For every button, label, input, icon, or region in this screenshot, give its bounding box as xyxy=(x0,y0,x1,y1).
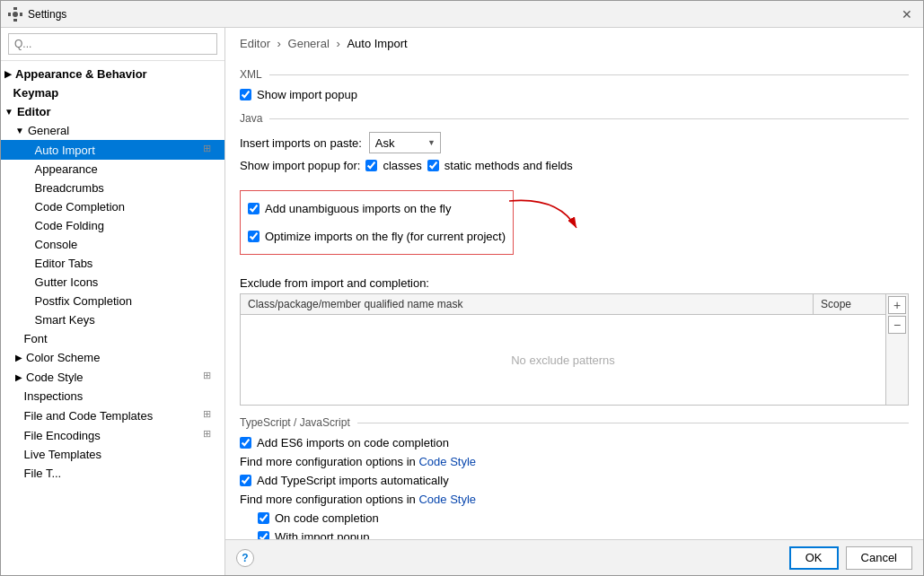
expand-icon xyxy=(26,145,31,155)
java-section-label: Java xyxy=(240,112,909,125)
breadcrumb-editor: Editor xyxy=(240,37,270,50)
expand-icon xyxy=(15,334,21,344)
sidebar-item-file-t[interactable]: File T... xyxy=(1,464,224,483)
sidebar-item-label: Code Folding xyxy=(35,219,104,232)
unambiguous-imports-row: Add unambiguous imports on the fly xyxy=(248,202,506,215)
expand-icon: ▶ xyxy=(15,372,22,382)
expand-icon: ▶ xyxy=(4,69,12,79)
sidebar-item-label: Postfix Completion xyxy=(35,294,132,308)
classes-checkbox[interactable] xyxy=(365,160,377,171)
sidebar-item-label: Editor Tabs xyxy=(35,257,93,270)
insert-imports-select[interactable]: Ask Always Never xyxy=(369,132,441,153)
help-button[interactable]: ? xyxy=(236,549,254,567)
add-ts-label: Add TypeScript imports automatically xyxy=(257,474,449,487)
annotation-arrow xyxy=(505,192,594,246)
sidebar-item-file-encodings[interactable]: File Encodings ⊞ xyxy=(1,425,224,445)
sidebar-tree: ▶ Appearance & Behavior Keymap ▼ Editor … xyxy=(1,61,224,575)
search-input[interactable] xyxy=(8,33,217,55)
ts-sub-options: On code completion With import popup xyxy=(240,511,909,539)
expand-icon xyxy=(15,468,21,478)
sidebar-item-breadcrumbs[interactable]: Breadcrumbs xyxy=(1,179,224,197)
sidebar-item-label: Color Scheme xyxy=(26,351,100,364)
sidebar-item-auto-import[interactable]: Auto Import ⊞ xyxy=(1,140,224,160)
expand-icon: ▼ xyxy=(15,126,24,135)
on-code-completion-checkbox[interactable] xyxy=(258,512,269,524)
sidebar-item-appearance[interactable]: Appearance xyxy=(1,160,224,179)
sidebar-item-gutter-icons[interactable]: Gutter Icons xyxy=(1,273,224,292)
code-style-link-es6[interactable]: Code Style xyxy=(418,455,476,468)
expand-icon xyxy=(4,88,10,98)
svg-rect-0 xyxy=(13,7,17,10)
table-col1: Class/package/member qualified name mask xyxy=(241,294,814,314)
settings-icon xyxy=(8,7,22,22)
find-config-es6-prefix: Find more configuration options in xyxy=(240,455,418,468)
show-import-popup-row: Show import popup xyxy=(240,88,909,101)
sidebar-item-live-templates[interactable]: Live Templates xyxy=(1,445,224,464)
add-exclude-button[interactable]: + xyxy=(888,296,906,314)
find-config-es6-row: Find more configuration options in Code … xyxy=(240,455,909,468)
with-import-popup-checkbox[interactable] xyxy=(258,531,269,539)
exclude-table-header: Class/package/member qualified name mask… xyxy=(241,294,885,315)
cancel-button[interactable]: Cancel xyxy=(846,546,912,570)
exclude-label: Exclude from import and completion: xyxy=(240,276,909,290)
sidebar-item-label: Gutter Icons xyxy=(35,275,99,289)
sidebar-item-inspections[interactable]: Inspections xyxy=(1,387,224,406)
sidebar-item-editor[interactable]: ▼ Editor xyxy=(1,102,224,121)
sidebar-item-smart-keys[interactable]: Smart Keys xyxy=(1,310,224,329)
sidebar-item-keymap[interactable]: Keymap xyxy=(1,83,224,102)
sidebar-item-label: Breadcrumbs xyxy=(35,181,104,195)
sync-icon: ⊞ xyxy=(203,428,217,442)
sidebar-item-code-folding[interactable]: Code Folding xyxy=(1,216,224,235)
find-config-ts-prefix: Find more configuration options in xyxy=(240,493,418,506)
sidebar-item-label: File and Code Templates xyxy=(24,409,154,423)
sync-icon: ⊞ xyxy=(203,370,217,384)
sidebar-item-color-scheme[interactable]: ▶ Color Scheme xyxy=(1,348,224,367)
breadcrumb-general: General xyxy=(288,37,330,50)
sidebar-item-label: Inspections xyxy=(24,389,84,403)
sidebar-item-appearance-behavior[interactable]: ▶ Appearance & Behavior xyxy=(1,65,224,83)
sidebar-item-console[interactable]: Console xyxy=(1,235,224,254)
no-patterns-text: No exclude patterns xyxy=(511,353,615,367)
title-bar: Settings ✕ xyxy=(1,1,923,28)
expand-icon xyxy=(26,296,31,306)
show-import-popup-checkbox[interactable] xyxy=(240,89,251,100)
sidebar-item-label: Appearance & Behavior xyxy=(15,67,147,81)
sync-icon: ⊞ xyxy=(203,408,217,423)
expand-icon xyxy=(26,277,31,287)
code-style-link-ts[interactable]: Code Style xyxy=(418,493,476,506)
svg-rect-1 xyxy=(13,19,17,22)
add-es6-checkbox[interactable] xyxy=(240,437,251,449)
sidebar-item-postfix-completion[interactable]: Postfix Completion xyxy=(1,292,224,310)
static-methods-label: static methods and fields xyxy=(444,159,573,172)
sidebar-item-code-style[interactable]: ▶ Code Style ⊞ xyxy=(1,367,224,387)
show-popup-for-label: Show import popup for: xyxy=(240,159,360,172)
window-title: Settings xyxy=(28,8,898,21)
add-ts-row: Add TypeScript imports automatically xyxy=(240,474,909,487)
close-button[interactable]: ✕ xyxy=(898,5,916,23)
insert-imports-row: Insert imports on paste: Ask Always Neve… xyxy=(240,132,909,153)
add-ts-checkbox[interactable] xyxy=(240,475,251,486)
sidebar-item-file-code-templates[interactable]: File and Code Templates ⊞ xyxy=(1,406,224,425)
expand-icon: ▶ xyxy=(15,353,22,362)
expand-icon xyxy=(26,258,31,268)
sidebar-item-editor-tabs[interactable]: Editor Tabs xyxy=(1,254,224,273)
remove-exclude-button[interactable]: − xyxy=(888,316,906,334)
breadcrumb-sep1: › xyxy=(277,37,285,50)
sidebar-item-font[interactable]: Font xyxy=(1,329,224,348)
sidebar-item-code-completion[interactable]: Code Completion xyxy=(1,197,224,216)
static-methods-checkbox[interactable] xyxy=(427,160,439,171)
sidebar-item-general[interactable]: ▼ General xyxy=(1,121,224,140)
expand-icon xyxy=(15,411,21,421)
add-es6-label: Add ES6 imports on code completion xyxy=(257,436,449,449)
sidebar-item-label: File T... xyxy=(24,467,62,480)
main-content: ▶ Appearance & Behavior Keymap ▼ Editor … xyxy=(1,28,923,575)
unambiguous-imports-checkbox[interactable] xyxy=(248,203,260,214)
sidebar-item-label: Auto Import xyxy=(35,144,95,157)
exclude-table-body: No exclude patterns xyxy=(241,315,885,405)
exclude-table-buttons: + − xyxy=(886,293,909,406)
sidebar-item-label: Smart Keys xyxy=(35,313,95,327)
ok-button[interactable]: OK xyxy=(789,546,839,570)
optimize-imports-checkbox[interactable] xyxy=(248,231,260,242)
ts-section: TypeScript / JavaScript Add ES6 imports … xyxy=(240,416,909,539)
exclude-section: Exclude from import and completion: Clas… xyxy=(240,276,909,406)
